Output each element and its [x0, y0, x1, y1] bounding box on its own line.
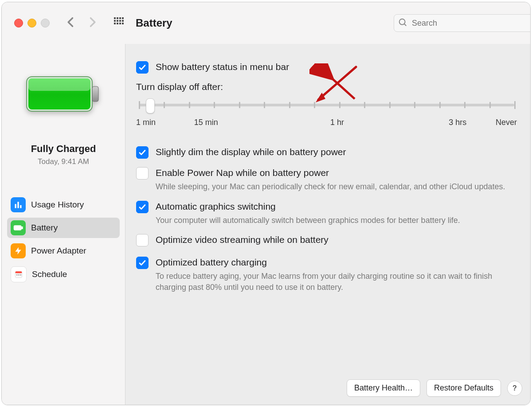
body: Fully Charged Today, 9:41 AM Usage Histo…	[2, 44, 530, 405]
power-adapter-icon	[11, 243, 26, 258]
slider-label-3hrs: 3 hrs	[444, 118, 471, 127]
option-dim: Slightly dim the display while on batter…	[136, 146, 527, 159]
slider-label-never: Never	[490, 118, 517, 127]
battery-icon	[26, 74, 101, 114]
svg-rect-27	[18, 274, 20, 276]
svg-rect-6	[119, 20, 121, 22]
search-icon	[398, 18, 408, 29]
slider-label-1hr: 1 hr	[324, 118, 351, 127]
checkbox-show-menu-bar[interactable]	[136, 61, 149, 74]
sidebar-item-label: Battery	[31, 223, 58, 233]
checkbox-videostream[interactable]	[136, 234, 149, 246]
slider-labels: 1 min 15 min 1 hr 3 hrs Never	[136, 118, 517, 127]
label-optcharge: Optimized battery charging	[156, 256, 518, 268]
label-dim: Slightly dim the display while on batter…	[156, 146, 518, 158]
option-gpu: Automatic graphics switchingYour compute…	[136, 200, 527, 226]
battery-status-time: Today, 9:41 AM	[2, 157, 125, 166]
forward-button[interactable]	[86, 16, 98, 30]
svg-rect-0	[114, 17, 116, 19]
nav-buttons	[65, 16, 98, 30]
sidebar-nav: Usage History Battery Power Adapter	[2, 195, 125, 285]
restore-defaults-button[interactable]: Restore Defaults	[426, 379, 501, 397]
svg-rect-5	[117, 20, 118, 22]
label-videostream: Optimize video streaming while on batter…	[156, 234, 518, 246]
desc-optcharge: To reduce battery aging, your Mac learns…	[156, 271, 518, 293]
svg-rect-3	[122, 17, 124, 19]
search-input[interactable]	[394, 14, 531, 32]
desc-powernap: While sleeping, your Mac can periodicall…	[156, 181, 518, 192]
display-off-slider-block: Turn display off after: 1 min 15 min 1 h…	[136, 82, 517, 127]
svg-rect-18	[15, 204, 16, 208]
window-controls	[14, 19, 50, 27]
back-button[interactable]	[65, 16, 77, 30]
search-field-wrapper	[394, 14, 522, 32]
svg-rect-10	[119, 23, 121, 24]
main-panel: Show battery status in menu bar Turn dis…	[125, 44, 530, 405]
option-show-menu-bar: Show battery status in menu bar	[136, 61, 527, 74]
svg-rect-21	[14, 226, 21, 230]
svg-rect-4	[114, 20, 116, 22]
label-gpu: Automatic graphics switching	[156, 200, 518, 212]
svg-rect-19	[17, 202, 19, 208]
slider-ticks	[139, 102, 514, 108]
footer: Battery Health… Restore Defaults ?	[347, 379, 522, 397]
toolbar: Battery	[2, 2, 530, 44]
slider-label-min: 1 min	[136, 118, 163, 127]
options-list: Slightly dim the display while on batter…	[136, 146, 527, 293]
sidebar-item-usage-history[interactable]: Usage History	[7, 195, 120, 215]
checkbox-gpu[interactable]	[136, 201, 149, 213]
battery-small-icon	[11, 220, 26, 235]
battery-status-block: Fully Charged Today, 9:41 AM	[2, 143, 125, 166]
sidebar-item-schedule[interactable]: Schedule	[7, 264, 120, 285]
svg-rect-8	[114, 23, 116, 24]
schedule-icon	[11, 266, 27, 282]
svg-rect-7	[122, 20, 124, 22]
zoom-window-button[interactable]	[41, 19, 50, 27]
help-button[interactable]: ?	[507, 381, 522, 396]
svg-rect-2	[119, 17, 121, 19]
checkbox-dim[interactable]	[136, 146, 149, 159]
slider-label-15min: 15 min	[193, 118, 219, 127]
svg-rect-25	[16, 271, 22, 273]
battery-status-title: Fully Charged	[2, 143, 125, 155]
option-videostream: Optimize video streaming while on batter…	[136, 234, 527, 248]
sidebar-item-label: Schedule	[32, 269, 67, 279]
checkbox-optcharge[interactable]	[136, 257, 149, 269]
svg-rect-20	[20, 205, 21, 208]
minimize-window-button[interactable]	[27, 19, 36, 27]
svg-rect-26	[16, 274, 18, 276]
desc-gpu: Your computer will automatically switch …	[156, 215, 518, 226]
svg-rect-16	[28, 78, 90, 91]
sidebar: Fully Charged Today, 9:41 AM Usage Histo…	[2, 44, 125, 405]
battery-preferences-window: Battery	[1, 2, 531, 405]
svg-rect-17	[92, 86, 98, 102]
sidebar-item-label: Usage History	[31, 200, 84, 210]
svg-rect-1	[117, 17, 118, 19]
svg-point-12	[399, 19, 405, 25]
usage-history-icon	[11, 197, 26, 212]
option-optcharge: Optimized battery chargingTo reduce batt…	[136, 256, 527, 293]
slider-knob[interactable]	[146, 98, 155, 113]
option-powernap: Enable Power Nap while on battery powerW…	[136, 167, 527, 192]
svg-marker-23	[15, 247, 21, 255]
sidebar-item-label: Power Adapter	[31, 246, 86, 256]
svg-rect-11	[122, 23, 124, 24]
display-off-slider[interactable]	[139, 98, 514, 113]
checkbox-powernap[interactable]	[136, 167, 149, 180]
sidebar-item-power-adapter[interactable]: Power Adapter	[7, 241, 120, 261]
window-title: Battery	[136, 17, 172, 29]
show-all-prefs-button[interactable]	[113, 17, 124, 29]
svg-rect-28	[20, 274, 21, 276]
svg-line-13	[404, 24, 407, 26]
battery-health-button[interactable]: Battery Health…	[347, 379, 420, 397]
slider-title: Turn display off after:	[136, 82, 517, 92]
svg-rect-9	[117, 23, 118, 24]
label-powernap: Enable Power Nap while on battery power	[156, 167, 518, 179]
label-show-menu-bar: Show battery status in menu bar	[156, 61, 518, 73]
svg-rect-22	[21, 227, 22, 229]
sidebar-item-battery[interactable]: Battery	[7, 218, 120, 238]
battery-hero-graphic	[2, 74, 125, 114]
close-window-button[interactable]	[14, 19, 23, 27]
